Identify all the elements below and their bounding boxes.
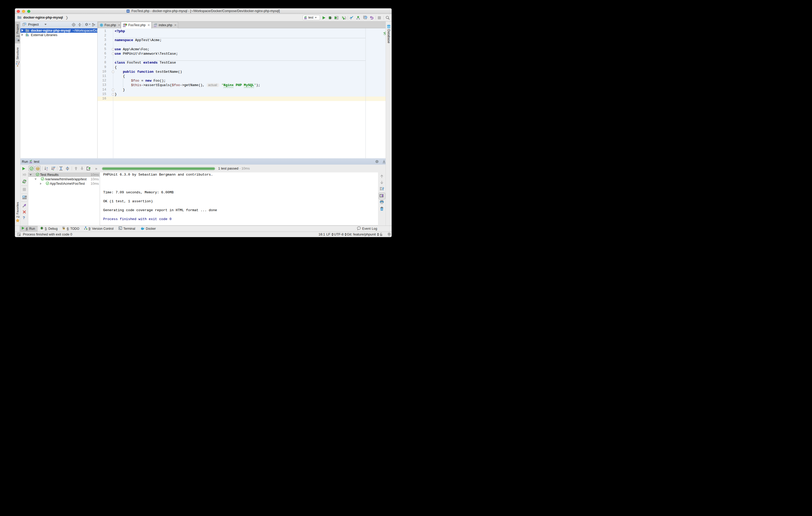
svg-text:C: C xyxy=(100,24,102,26)
svg-text:z: z xyxy=(46,169,48,171)
svg-text:php: php xyxy=(304,18,306,19)
svg-text:php: php xyxy=(30,162,32,163)
svg-text:php: php xyxy=(123,26,125,27)
svg-text:php: php xyxy=(153,26,156,27)
svg-text:!: ! xyxy=(25,173,25,176)
